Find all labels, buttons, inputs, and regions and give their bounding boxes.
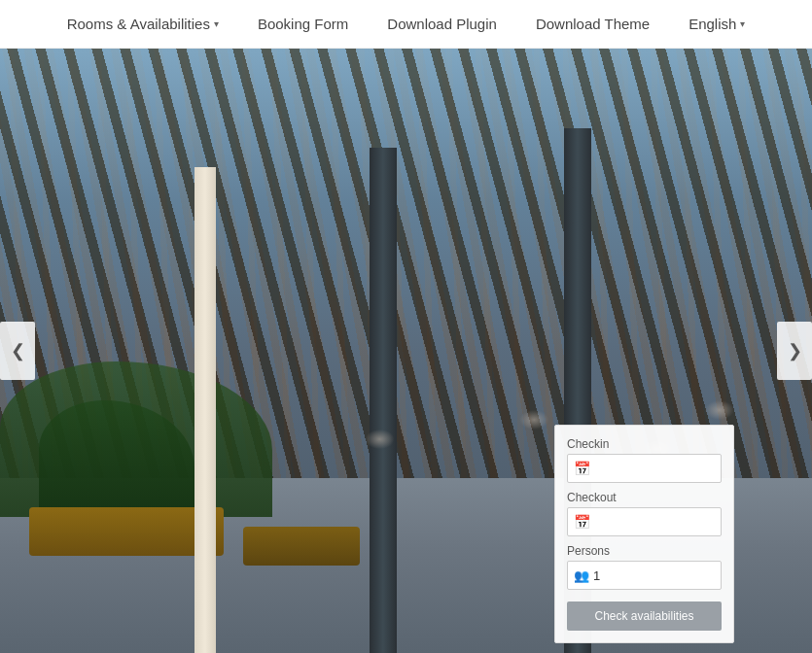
nav-booking-label: Booking Form xyxy=(258,16,348,32)
checkin-field: Checkin 📅 xyxy=(567,437,722,483)
check-availabilities-button[interactable]: Check availabilities xyxy=(567,601,722,631)
persons-label: Persons xyxy=(567,544,722,558)
nav-theme-label: Download Theme xyxy=(536,16,650,32)
persons-field: Persons 👥 1 xyxy=(567,544,722,590)
checkout-label: Checkout xyxy=(567,491,722,504)
checkin-label: Checkin xyxy=(567,437,722,451)
persons-value: 1 xyxy=(593,568,600,583)
main-nav: Rooms & Availabilities ▾ Booking Form Do… xyxy=(0,0,812,49)
carousel-next-button[interactable]: ❯ xyxy=(777,322,812,380)
nav-download-plugin[interactable]: Download Plugin xyxy=(387,16,497,32)
nav-language-label: English xyxy=(688,16,736,32)
carousel-prev-icon: ❮ xyxy=(11,340,25,361)
language-chevron-icon: ▾ xyxy=(740,18,745,29)
nav-language[interactable]: English ▾ xyxy=(688,16,745,32)
checkout-input[interactable]: 📅 xyxy=(567,507,722,536)
checkout-field: Checkout 📅 xyxy=(567,491,722,536)
checkin-input[interactable]: 📅 xyxy=(567,454,722,483)
booking-panel: Checkin 📅 Checkout 📅 Persons 👥 1 Check a… xyxy=(554,425,734,643)
rooms-chevron-icon: ▾ xyxy=(214,18,219,29)
checkout-calendar-icon: 📅 xyxy=(574,514,590,530)
persons-input[interactable]: 👥 1 xyxy=(567,561,722,590)
nav-plugin-label: Download Plugin xyxy=(387,16,497,32)
nav-rooms-availabilities[interactable]: Rooms & Availabilities ▾ xyxy=(67,16,219,32)
persons-icon: 👥 xyxy=(574,568,589,583)
hero-carousel: ❮ ❯ Checkin 📅 Checkout 📅 Persons 👥 1 xyxy=(0,49,812,653)
nav-download-theme[interactable]: Download Theme xyxy=(536,16,650,32)
carousel-next-icon: ❯ xyxy=(788,340,802,361)
checkin-calendar-icon: 📅 xyxy=(574,461,590,476)
carousel-prev-button[interactable]: ❮ xyxy=(0,322,35,380)
nav-rooms-label: Rooms & Availabilities xyxy=(67,16,210,32)
check-btn-label: Check availabilities xyxy=(594,609,693,623)
nav-booking-form[interactable]: Booking Form xyxy=(258,16,348,32)
